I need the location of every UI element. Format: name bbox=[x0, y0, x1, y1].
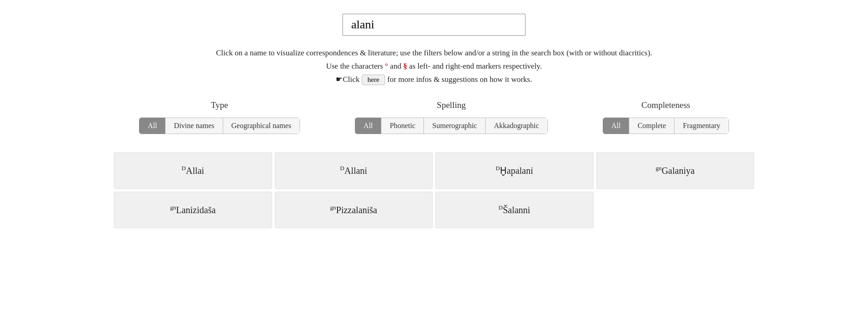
type-btn-all[interactable]: All bbox=[139, 118, 165, 134]
result-item[interactable]: DḪapalani bbox=[435, 152, 594, 189]
result-item[interactable]: DAllai bbox=[114, 152, 272, 189]
char2: § bbox=[403, 62, 407, 70]
result-name: Galaniya bbox=[662, 166, 695, 176]
result-name: Šalanni bbox=[503, 205, 530, 215]
completeness-btn-complete[interactable]: Complete bbox=[629, 118, 674, 134]
type-btn-geo[interactable]: Geographical names bbox=[223, 118, 300, 134]
result-item[interactable]: gnLanizidaša bbox=[114, 192, 272, 228]
result-sup: D bbox=[340, 165, 344, 172]
result-item[interactable]: gnPizzalaniša bbox=[275, 192, 433, 228]
result-name: Allai bbox=[186, 166, 204, 176]
type-filter-label: Type bbox=[211, 100, 228, 110]
type-btn-divine[interactable]: Divine names bbox=[165, 118, 222, 134]
result-item[interactable]: gnGalaniya bbox=[596, 152, 755, 189]
results-grid: DAllai DAllani DḪapalani gnGalaniya gnLa… bbox=[114, 152, 754, 228]
spelling-btn-sumerographic[interactable]: Sumerographic bbox=[423, 118, 485, 134]
here-button[interactable]: here bbox=[362, 75, 386, 85]
result-sup: gn bbox=[330, 204, 336, 211]
search-container bbox=[343, 14, 525, 36]
filters-section: Type All Divine names Geographical names… bbox=[9, 100, 859, 134]
page-wrapper: Click on a name to visualize corresponde… bbox=[0, 0, 868, 242]
type-filter-buttons: All Divine names Geographical names bbox=[139, 118, 300, 134]
info-line1: Click on a name to visualize corresponde… bbox=[216, 47, 652, 60]
result-name: Ḫapalani bbox=[500, 166, 533, 176]
search-input[interactable] bbox=[343, 14, 525, 36]
spelling-btn-phonetic[interactable]: Phonetic bbox=[381, 118, 423, 134]
completeness-filter-label: Completeness bbox=[642, 100, 691, 110]
completeness-btn-fragmentary[interactable]: Fragmentary bbox=[674, 118, 729, 134]
completeness-filter-buttons: All Complete Fragmentary bbox=[603, 118, 729, 134]
completeness-filter-group: Completeness All Complete Fragmentary bbox=[603, 100, 729, 134]
result-sup: gn bbox=[656, 165, 662, 172]
result-item[interactable]: DAllani bbox=[275, 152, 433, 189]
result-sup: gn bbox=[170, 204, 176, 211]
char1: ° bbox=[385, 62, 388, 70]
spelling-btn-akkadographic[interactable]: Akkadographic bbox=[485, 118, 548, 134]
info-line2: Use the characters ° and § as left- and … bbox=[216, 60, 652, 73]
spelling-filter-buttons: All Phonetic Sumerographic Akkadographic bbox=[355, 118, 548, 134]
info-line3: ☛Click here for more infos & suggestions… bbox=[216, 73, 652, 86]
info-text: Click on a name to visualize corresponde… bbox=[216, 47, 652, 86]
result-sup: D bbox=[496, 165, 500, 172]
spelling-filter-label: Spelling bbox=[437, 100, 466, 110]
result-item[interactable]: DŠalanni bbox=[435, 192, 594, 228]
spelling-btn-all[interactable]: All bbox=[355, 118, 381, 134]
spelling-filter-group: Spelling All Phonetic Sumerographic Akka… bbox=[355, 100, 548, 134]
result-name: Lanizidaša bbox=[176, 205, 216, 215]
result-name: Allani bbox=[344, 166, 367, 176]
type-filter-group: Type All Divine names Geographical names bbox=[139, 100, 300, 134]
result-item-empty bbox=[596, 192, 755, 228]
result-name: Pizzalaniša bbox=[336, 205, 377, 215]
completeness-btn-all[interactable]: All bbox=[603, 118, 629, 134]
